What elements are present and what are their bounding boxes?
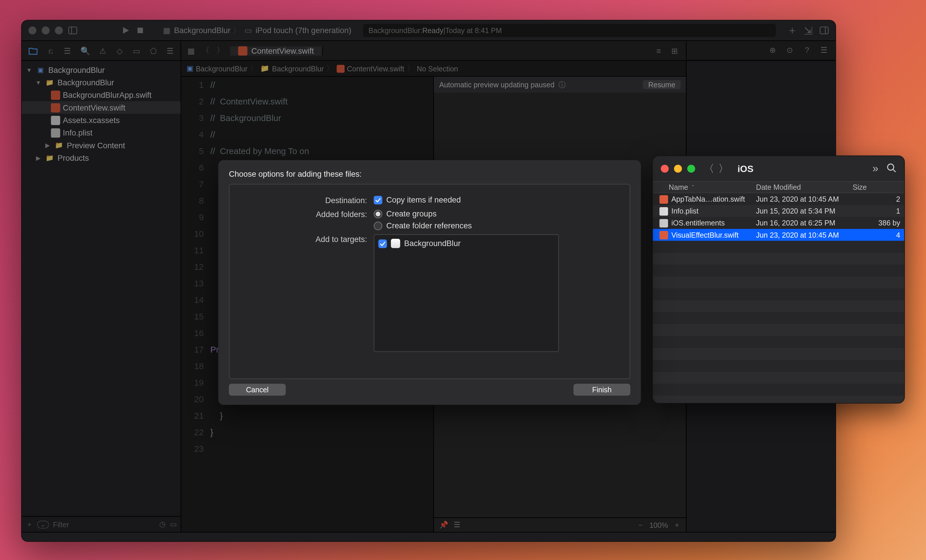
review-icon[interactable]: ⊙ [785, 45, 794, 55]
add-icon[interactable]: ＋ [26, 519, 33, 529]
filter-scope-icon[interactable]: ⌄ [37, 520, 49, 528]
tree-file[interactable]: Assets.xcassets [22, 114, 180, 126]
tree-group[interactable]: ▶ 📁 Preview Content [22, 139, 180, 151]
finder-row[interactable]: Info.plistJun 15, 2020 at 5:34 PM1 [653, 205, 904, 217]
finder-row[interactable]: AppTabNa…ation.swiftJun 23, 2020 at 10:4… [653, 193, 904, 205]
finder-column-header[interactable]: Name ˆ Date Modified Size [653, 182, 904, 193]
inspector-toggle-icon[interactable] [820, 26, 829, 35]
file-icon [660, 195, 668, 203]
tree-label: BackgroundBlur [48, 65, 105, 74]
zoom-icon[interactable] [687, 165, 695, 173]
disclosure-triangle-icon[interactable]: ▶ [44, 142, 51, 148]
disclosure-triangle-icon[interactable]: ▶ [35, 154, 42, 161]
forward-icon[interactable]: 〉 [716, 162, 731, 176]
activity-status: Ready [422, 26, 443, 34]
zoom-in-icon[interactable]: ＋ [673, 520, 681, 530]
stop-icon[interactable] [135, 26, 145, 35]
adjust-editor-icon[interactable]: ⊞ [670, 46, 679, 55]
more-icon[interactable]: » [873, 163, 878, 175]
disclosure-triangle-icon[interactable]: ▼ [35, 79, 42, 86]
report-navigator-icon[interactable]: ☰ [166, 46, 174, 55]
file-icon [660, 207, 668, 216]
breakpoint-navigator-icon[interactable]: ⬠ [150, 46, 157, 55]
editor-tab[interactable]: ContentView.swift [230, 46, 322, 55]
col-size-header[interactable]: Size [849, 182, 904, 192]
back-icon[interactable]: 〈 [702, 162, 716, 176]
test-navigator-icon[interactable]: ◇ [116, 46, 124, 55]
plus-icon[interactable]: ＋ [788, 26, 797, 35]
file-size: 4 [849, 231, 904, 239]
related-items-icon[interactable]: ▦ [186, 46, 196, 55]
minimize-icon[interactable] [674, 165, 682, 173]
target-checkbox[interactable] [378, 239, 387, 248]
traffic-lights [661, 165, 695, 173]
forward-icon[interactable]: 〉 [216, 46, 225, 55]
info-icon[interactable]: ⓘ [558, 80, 566, 90]
scheme-selector[interactable]: ▦ BackgroundBlur 〉 ▭ iPod touch (7th gen… [162, 25, 351, 36]
swift-file-icon [51, 103, 61, 112]
jump-selection[interactable]: No Selection [417, 64, 458, 72]
find-navigator-icon[interactable]: 🔍 [81, 46, 90, 55]
pin-icon[interactable]: 📌 [439, 521, 448, 529]
jump-group[interactable]: BackgroundBlur [272, 64, 324, 72]
create-groups-radio[interactable]: Create groups [374, 209, 472, 218]
editor-tab-strip: ContentView.swift [230, 46, 322, 55]
zoom-icon[interactable] [55, 26, 63, 34]
file-size: 386 by [849, 219, 904, 227]
cancel-button[interactable]: Cancel [229, 384, 286, 395]
jump-file[interactable]: ContentView.swift [347, 64, 404, 72]
preview-banner: Automatic preview updating paused ⓘ Resu… [434, 77, 686, 92]
filter-input[interactable] [53, 520, 155, 528]
col-date-header[interactable]: Date Modified [752, 182, 849, 192]
tree-file[interactable]: BackgroundBlurApp.swift [22, 89, 180, 101]
finder-row-empty [653, 300, 904, 312]
recent-icon[interactable]: ◷ [159, 520, 166, 529]
jump-bar[interactable]: ▣ BackgroundBlur 〉 📁 BackgroundBlur 〉 Co… [181, 61, 686, 77]
library-icon[interactable]: ⇲ [803, 26, 813, 35]
add-file-icon[interactable]: ⊕ [768, 45, 777, 55]
disclosure-triangle-icon[interactable]: ▼ [26, 67, 32, 73]
tree-group[interactable]: ▶ 📁 Products [22, 151, 180, 164]
folder-icon: 📁 [54, 140, 64, 150]
finder-row[interactable]: VisualEffectBlur.swiftJun 23, 2020 at 10… [653, 229, 904, 241]
options-icon[interactable]: ☰ [820, 45, 829, 55]
issue-navigator-icon[interactable]: ⚠ [99, 46, 107, 55]
editor-lines-icon[interactable]: ≡ [654, 46, 663, 55]
close-icon[interactable] [661, 165, 669, 173]
zoom-out-icon[interactable]: － [637, 520, 644, 530]
project-navigator-icon[interactable] [29, 46, 38, 55]
run-icon[interactable] [121, 26, 130, 35]
settings-icon[interactable]: ☰ [454, 521, 460, 529]
project-navigator: ▼ ▣ BackgroundBlur ▼ 📁 BackgroundBlur Ba… [22, 61, 181, 532]
close-icon[interactable] [29, 26, 36, 34]
targets-list[interactable]: BackgroundBlur [374, 234, 559, 352]
finish-button[interactable]: Finish [573, 384, 630, 395]
back-icon[interactable]: 〈 [201, 46, 210, 55]
col-name-header[interactable]: Name ˆ [653, 182, 752, 192]
app-icon [391, 239, 400, 248]
sheet-title: Choose options for adding these files: [229, 170, 630, 179]
line-gutter: 1234567891011121314151617181920212223 [181, 77, 210, 532]
source-control-icon[interactable]: ⎌ [47, 46, 54, 55]
target-row[interactable]: BackgroundBlur [378, 239, 554, 248]
tree-group[interactable]: ▼ 📁 BackgroundBlur [22, 76, 180, 88]
debug-navigator-icon[interactable]: ▭ [133, 46, 141, 55]
jump-project[interactable]: BackgroundBlur [196, 64, 247, 72]
copy-items-checkbox[interactable]: Copy items if needed [374, 195, 461, 204]
finder-row-empty [653, 277, 904, 288]
symbol-navigator-icon[interactable]: ☰ [64, 46, 71, 55]
tree-project-root[interactable]: ▼ ▣ BackgroundBlur [22, 64, 180, 76]
resume-button[interactable]: Resume [643, 80, 681, 89]
tree-file[interactable]: Info.plist [22, 126, 180, 139]
finder-row[interactable]: iOS.entitlementsJun 16, 2020 at 6:25 PM3… [653, 217, 904, 229]
create-folder-refs-radio[interactable]: Create folder references [374, 221, 472, 230]
minimize-icon[interactable] [42, 26, 50, 34]
help-icon[interactable]: ? [802, 45, 812, 55]
finder-file-list[interactable]: AppTabNa…ation.swiftJun 23, 2020 at 10:4… [653, 193, 904, 404]
preview-bottom-bar: 📌 ☰ － 100% ＋ [434, 518, 686, 532]
search-icon[interactable] [886, 163, 896, 175]
traffic-lights [29, 26, 63, 34]
sidebar-toggle-icon[interactable] [68, 26, 77, 35]
tree-file-selected[interactable]: ContentView.swift [22, 101, 180, 114]
scm-filter-icon[interactable]: ▭ [170, 520, 177, 529]
